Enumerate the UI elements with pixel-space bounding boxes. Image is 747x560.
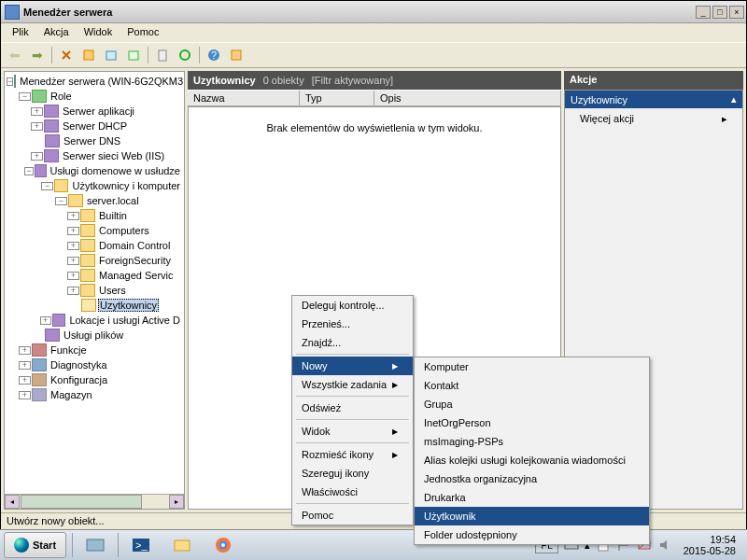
ctx-new-queue-alias[interactable]: Alias kolejki usługi kolejkowania wiadom…: [415, 451, 649, 469]
expand-icon[interactable]: +: [67, 272, 79, 280]
tree-label: Serwer DHCP: [61, 119, 129, 133]
ctx-new-inetorgperson[interactable]: InetOrgPerson: [415, 413, 649, 432]
export-button[interactable]: [123, 45, 144, 65]
expand-icon[interactable]: +: [31, 122, 43, 131]
action-more[interactable]: Więcej akcji ▸: [565, 108, 742, 130]
tree-root[interactable]: −Menedżer serwera (WIN-6G2QKM3: [7, 74, 182, 89]
tree-domain-services[interactable]: −Usługi domenowe w usłudze: [7, 163, 182, 178]
menu-help[interactable]: Pomoc: [120, 23, 166, 42]
menu-view[interactable]: Widok: [77, 23, 120, 42]
tree-managed-service[interactable]: +Managed Servic: [7, 268, 182, 283]
ctx-new-msimaging[interactable]: msImaging-PSPs: [415, 432, 649, 451]
clock[interactable]: 19:54 2015-05-28: [678, 534, 741, 556]
tree-foreign-security[interactable]: +ForeignSecurity: [7, 253, 182, 268]
collapse-icon[interactable]: −: [55, 197, 67, 205]
tree-storage[interactable]: +Magazyn: [7, 387, 182, 402]
tree-label: Serwer aplikacji: [61, 105, 136, 118]
minimize-button[interactable]: _: [696, 6, 711, 19]
tree-horizontal-scrollbar[interactable]: ◂ ▸: [5, 494, 184, 509]
cut-button[interactable]: [56, 45, 77, 65]
task-chrome[interactable]: [203, 533, 244, 557]
ctx-refresh[interactable]: Odśwież: [292, 399, 413, 417]
ctx-new-contact[interactable]: Kontakt: [415, 376, 649, 395]
tree-domain-control[interactable]: +Domain Control: [7, 238, 182, 253]
forward-button[interactable]: ➡: [27, 45, 48, 65]
expand-icon[interactable]: +: [19, 361, 31, 370]
delete-button[interactable]: [152, 45, 173, 65]
titlebar[interactable]: Menedżer serwera _ □ ×: [1, 1, 746, 23]
expand-icon[interactable]: +: [31, 152, 43, 161]
ctx-align-icons[interactable]: Szereguj ikony: [292, 464, 413, 483]
manage-button[interactable]: [226, 45, 247, 65]
ctx-properties[interactable]: Właściwości: [292, 483, 413, 501]
tree-computers[interactable]: +Computers: [7, 223, 182, 238]
scroll-right-button[interactable]: ▸: [169, 495, 184, 509]
tree-iis[interactable]: +Serwer sieci Web (IIS): [7, 148, 182, 163]
tree-dhcp[interactable]: +Serwer DHCP: [7, 119, 182, 133]
ctx-new-printer[interactable]: Drukarka: [415, 488, 649, 507]
refresh-button[interactable]: [175, 45, 195, 65]
task-server-manager[interactable]: [75, 533, 116, 557]
filter-button[interactable]: [78, 45, 99, 65]
tree-ad-locations[interactable]: +Lokacje i usługi Active D: [7, 313, 182, 328]
expand-icon[interactable]: +: [19, 346, 31, 355]
close-button[interactable]: ×: [729, 6, 744, 19]
task-powershell[interactable]: >_: [120, 533, 162, 557]
ctx-label: Grupa: [424, 399, 453, 410]
tree-users-folder[interactable]: +Users: [7, 283, 182, 298]
maximize-button[interactable]: □: [712, 6, 727, 19]
scroll-thumb[interactable]: [21, 495, 142, 509]
ctx-view[interactable]: Widok▶: [292, 422, 413, 441]
tree-file-services[interactable]: Usługi plików: [7, 328, 182, 343]
tree-builtin[interactable]: +Builtin: [7, 208, 182, 223]
ctx-new-group[interactable]: Grupa: [415, 395, 649, 413]
collapse-icon[interactable]: −: [7, 77, 13, 86]
ctx-new-org-unit[interactable]: Jednostka organizacyjna: [415, 469, 649, 488]
ctx-new-user[interactable]: Użytkownik: [415, 507, 649, 525]
ctx-help[interactable]: Pomoc: [292, 506, 413, 525]
actions-context-title[interactable]: Uzytkownicy ▴: [565, 91, 742, 108]
expand-icon[interactable]: +: [67, 227, 79, 235]
expand-icon[interactable]: +: [67, 287, 79, 295]
col-desc[interactable]: Opis: [374, 91, 561, 105]
menu-file[interactable]: Plik: [5, 23, 36, 42]
col-type[interactable]: Typ: [300, 91, 374, 105]
expand-icon[interactable]: +: [67, 257, 79, 265]
volume-icon[interactable]: [657, 538, 672, 553]
scroll-left-button[interactable]: ◂: [5, 495, 20, 509]
ctx-delegate[interactable]: Deleguj kontrolę...: [292, 296, 413, 315]
tree-dns[interactable]: Serwer DNS: [7, 133, 182, 148]
tree-uzytkownicy[interactable]: Uzytkownicy: [7, 298, 182, 313]
ctx-all-tasks[interactable]: Wszystkie zadania▶: [292, 375, 413, 394]
svg-text:>_: >_: [135, 539, 148, 551]
tree-app-server[interactable]: +Serwer aplikacji: [7, 104, 182, 119]
ctx-find[interactable]: Znajdź...: [292, 333, 413, 352]
collapse-icon[interactable]: −: [19, 92, 31, 101]
tree-diagnostics[interactable]: +Diagnostyka: [7, 357, 182, 372]
tree-functions[interactable]: +Funkcje: [7, 343, 182, 357]
task-explorer[interactable]: [162, 533, 203, 557]
expand-icon[interactable]: +: [67, 212, 79, 220]
ctx-new-computer[interactable]: Komputer: [415, 357, 649, 376]
expand-icon[interactable]: +: [19, 391, 31, 399]
expand-icon[interactable]: +: [40, 316, 51, 325]
tree-configuration[interactable]: +Konfiguracja: [7, 372, 182, 387]
ctx-arrange-icons[interactable]: Rozmieść ikony▶: [292, 445, 413, 464]
properties-button[interactable]: [101, 45, 121, 65]
tree-users-computers[interactable]: −Użytkownicy i komputer: [7, 178, 182, 193]
ctx-new-shared-folder[interactable]: Folder udostępniony: [415, 525, 649, 544]
ctx-new[interactable]: Nowy▶: [292, 357, 413, 375]
ctx-move[interactable]: Przenieś...: [292, 315, 413, 333]
tree-server-local[interactable]: −server.local: [7, 193, 182, 208]
col-name[interactable]: Nazwa: [188, 91, 300, 105]
collapse-icon[interactable]: −: [24, 167, 34, 175]
menu-action[interactable]: Akcja: [36, 23, 77, 42]
back-button[interactable]: ⬅: [5, 45, 25, 65]
expand-icon[interactable]: +: [19, 376, 31, 385]
tree-role[interactable]: −Role: [7, 89, 182, 104]
collapse-icon[interactable]: −: [41, 182, 53, 190]
help-button[interactable]: ?: [204, 45, 224, 65]
start-button[interactable]: Start: [4, 532, 66, 558]
expand-icon[interactable]: +: [31, 107, 43, 116]
expand-icon[interactable]: +: [67, 242, 79, 250]
